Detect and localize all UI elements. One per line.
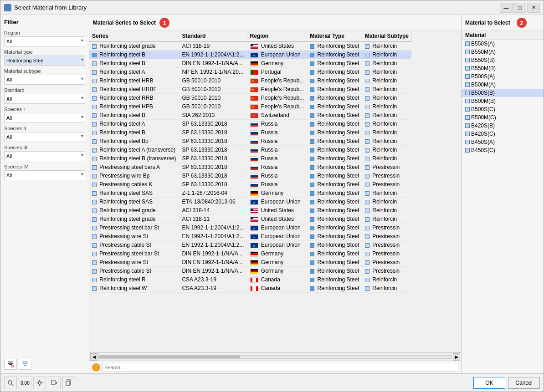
list-item-label: B500S(B) [471, 90, 495, 96]
minimize-button[interactable]: — [500, 3, 513, 13]
list-item[interactable]: B500S(C) [462, 105, 544, 113]
cell-mat-type: Reinforcing Steel [307, 284, 362, 293]
row-icon [92, 61, 97, 66]
cell-region: United States [247, 215, 307, 224]
filter-region-group: Region All [4, 30, 85, 46]
table-row[interactable]: Reinforcing steel HPB GB 50010-2010 Peop… [89, 102, 411, 111]
table-row[interactable]: Prestressing cables K SP 63.13330.2018 R… [89, 180, 411, 189]
close-button[interactable]: ✕ [527, 3, 540, 13]
cell-series: Reinforcing steel HRB [89, 76, 179, 85]
table-row[interactable]: Reinforcing steel W CSA A23.3-19 Canada … [89, 284, 411, 293]
species2-select[interactable]: All [4, 132, 85, 142]
material-type-select[interactable]: Reinforcing Steel [4, 56, 85, 66]
list-item[interactable]: B450S(C) [462, 146, 544, 154]
maximize-button[interactable]: □ [513, 3, 526, 13]
cancel-button[interactable]: Cancel [508, 377, 540, 389]
cell-series: Prestressing wire St [89, 232, 179, 241]
cell-standard: CSA A23.3-19 [179, 284, 247, 293]
table-row[interactable]: Reinforcing steel A SP 63.13330.2018 Rus… [89, 120, 411, 128]
table-row[interactable]: Reinforcing steel R CSA A23.3-19 Canada … [89, 275, 411, 284]
mat-type-icon [310, 260, 314, 265]
material-type-select-wrap: Reinforcing Steel [4, 56, 85, 66]
filter-options-button[interactable] [19, 359, 31, 370]
list-item[interactable]: B420S(B) [462, 122, 544, 130]
search-tool-button[interactable] [4, 377, 17, 389]
list-item[interactable]: B500M(A) [462, 81, 544, 89]
list-item[interactable]: B550S(A) [462, 40, 544, 48]
species3-select[interactable]: All [4, 151, 85, 161]
table-row[interactable]: Reinforcing steel B SP 63.13330.2018 Rus… [89, 128, 411, 137]
list-item[interactable]: B550M(B) [462, 64, 544, 72]
species1-select-wrap: All [4, 113, 85, 123]
list-item[interactable]: B500M(C) [462, 113, 544, 122]
copy-tool-button[interactable] [62, 377, 75, 389]
material-subtype-select[interactable]: All [4, 75, 85, 85]
scroll-right-button[interactable]: ▶ [453, 353, 460, 361]
table-row[interactable]: Reinforcing steel grade ACI 318-19 Unite… [89, 41, 411, 51]
row-icon [92, 105, 97, 109]
species4-select[interactable]: All [4, 170, 85, 180]
row-icon [92, 234, 97, 239]
table-row[interactable]: Reinforcing steel grade ACI 318-14 Unite… [89, 206, 411, 215]
table-row[interactable]: Prestressing cable St DIN EN 1992-1-1/NA… [89, 267, 411, 275]
cell-standard: SP 63.13330.2018 [179, 120, 247, 128]
table-row[interactable]: Prestressing wire Bp SP 63.13330.2018 Ru… [89, 172, 411, 180]
list-item-label: B450S(C) [471, 147, 495, 153]
table-row[interactable]: Reinforcing steel Bp SP 63.13330.2018 Ru… [89, 137, 411, 146]
table-row[interactable]: Reinforcing steel SAS ETA-13/0840:2013-0… [89, 198, 411, 206]
horizontal-scrollbar[interactable]: ◀ ▶ [89, 352, 461, 361]
settings-tool-button[interactable] [33, 377, 46, 389]
row-icon [92, 174, 97, 178]
cell-series: Reinforcing steel grade [89, 215, 179, 224]
table-row[interactable]: Reinforcing steel HRB GB 50010-2010 Peop… [89, 76, 411, 85]
table-row[interactable]: Prestressing wire St DIN EN 1992-1-1/NA/… [89, 258, 411, 267]
search-bar: ! [89, 361, 461, 373]
list-item[interactable]: B500S(B) [462, 89, 544, 97]
cell-standard: SP 63.13330.2018 [179, 172, 247, 180]
mat-sub-icon [365, 183, 370, 187]
ok-button[interactable]: OK [473, 377, 505, 389]
cell-series: Prestressing steel bar St [89, 224, 179, 232]
value-tool-button[interactable]: 0,00 [19, 377, 31, 389]
list-item-icon [465, 107, 470, 112]
table-row[interactable]: Prestressing steel bar St DIN EN 1992-1-… [89, 249, 411, 258]
table-row[interactable]: Reinforcing steel A (transverse) SP 63.1… [89, 146, 411, 154]
standard-select[interactable]: All [4, 94, 85, 104]
search-input[interactable] [102, 363, 458, 372]
scroll-track[interactable] [98, 355, 452, 359]
list-item-label: B500S(A) [471, 73, 495, 80]
table-row[interactable]: Reinforcing steel grade ACI 318-11 Unite… [89, 215, 411, 224]
table-row[interactable]: Reinforcing steel A NP EN 1992-1-1/NA:20… [89, 68, 411, 76]
species1-select[interactable]: All [4, 113, 85, 123]
table-row[interactable]: Reinforcing steel B SIA 262:2013 Switzer… [89, 111, 411, 120]
list-item[interactable]: B550S(B) [462, 56, 544, 64]
series-table-container[interactable]: Series Standard Region Material Type Mat… [89, 31, 461, 352]
scroll-left-button[interactable]: ◀ [90, 353, 98, 361]
mat-sub-icon [365, 286, 370, 291]
list-item[interactable]: B500S(A) [462, 72, 544, 81]
list-item[interactable]: B420S(C) [462, 130, 544, 138]
table-row[interactable]: Prestressing wire St EN 1992-1-1:2004/A1… [89, 232, 411, 241]
table-row[interactable]: Reinforcing steel B DIN EN 1992-1-1/NA/A… [89, 59, 411, 68]
list-item[interactable]: B550M(A) [462, 48, 544, 56]
material-list[interactable]: B550S(A) B550M(A) B550S(B) B550M(B) B500… [462, 40, 544, 373]
table-row[interactable]: Prestressing cable St EN 1992-1-1:2004/A… [89, 241, 411, 249]
list-item-label: B550M(A) [471, 49, 496, 55]
filter-species2-group: Species II All [4, 126, 85, 142]
table-row[interactable]: Reinforcing steel HRBF GB 50010-2010 Peo… [89, 85, 411, 94]
list-item[interactable]: B500M(B) [462, 97, 544, 105]
filter-clear-button[interactable] [4, 359, 17, 370]
list-item[interactable]: B450S(A) [462, 138, 544, 146]
table-row[interactable]: Prestressing steel bars A SP 63.13330.20… [89, 163, 411, 172]
species2-select-wrap: All [4, 132, 85, 142]
table-row[interactable]: Prestressing steel bar St EN 1992-1-1:20… [89, 224, 411, 232]
table-row[interactable]: Reinforcing steel B EN 1992-1-1:2004/A1:… [89, 51, 411, 59]
region-select[interactable]: All [4, 36, 85, 46]
table-row[interactable]: Reinforcing steel B (transverse) SP 63.1… [89, 154, 411, 163]
table-row[interactable]: Reinforcing steel RRB GB 50010-2010 Peop… [89, 94, 411, 102]
import-tool-button[interactable] [48, 377, 61, 389]
table-row[interactable]: Reinforcing steel SAS Z-1.1-267:2016-04 … [89, 189, 411, 198]
cell-mat-type: Reinforcing Steel [307, 128, 362, 137]
mat-type-icon [310, 122, 314, 127]
flag-icon [250, 52, 258, 58]
